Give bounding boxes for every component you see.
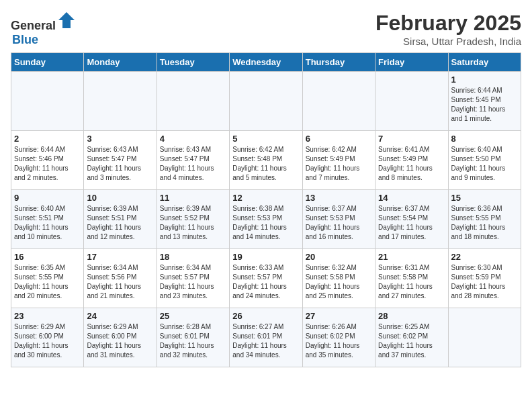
header-sunday: Sunday (11, 53, 84, 72)
calendar-cell: 27Sunrise: 6:26 AM Sunset: 6:02 PM Dayli… (302, 308, 375, 367)
day-number: 16 (14, 252, 81, 262)
day-detail: Sunrise: 6:37 AM Sunset: 5:53 PM Dayligh… (306, 204, 372, 242)
logo: General Blue (11, 11, 76, 47)
header-tuesday: Tuesday (157, 53, 229, 72)
day-detail: Sunrise: 6:42 AM Sunset: 5:48 PM Dayligh… (232, 145, 299, 183)
day-number: 1 (451, 75, 518, 85)
calendar-cell (157, 72, 229, 131)
calendar-cell: 7Sunrise: 6:41 AM Sunset: 5:49 PM Daylig… (375, 131, 448, 190)
calendar-cell (11, 72, 84, 131)
day-detail: Sunrise: 6:31 AM Sunset: 5:58 PM Dayligh… (378, 263, 445, 301)
day-detail: Sunrise: 6:28 AM Sunset: 6:01 PM Dayligh… (160, 322, 226, 360)
day-number: 20 (306, 252, 372, 262)
calendar-cell: 19Sunrise: 6:33 AM Sunset: 5:57 PM Dayli… (230, 249, 302, 308)
day-detail: Sunrise: 6:44 AM Sunset: 5:46 PM Dayligh… (14, 145, 81, 183)
day-detail: Sunrise: 6:40 AM Sunset: 5:50 PM Dayligh… (451, 145, 518, 183)
calendar-cell: 21Sunrise: 6:31 AM Sunset: 5:58 PM Dayli… (375, 249, 448, 308)
day-number: 13 (306, 193, 372, 203)
day-number: 11 (160, 193, 226, 203)
day-number: 12 (232, 193, 299, 203)
day-number: 10 (87, 193, 153, 203)
day-detail: Sunrise: 6:36 AM Sunset: 5:55 PM Dayligh… (451, 204, 518, 242)
day-number: 7 (378, 134, 445, 144)
calendar-cell: 11Sunrise: 6:39 AM Sunset: 5:52 PM Dayli… (157, 190, 229, 249)
day-number: 23 (14, 311, 81, 321)
calendar-cell: 22Sunrise: 6:30 AM Sunset: 5:59 PM Dayli… (448, 249, 521, 308)
calendar-cell: 13Sunrise: 6:37 AM Sunset: 5:53 PM Dayli… (302, 190, 375, 249)
day-number: 4 (160, 134, 226, 144)
day-number: 6 (306, 134, 372, 144)
day-number: 17 (87, 252, 153, 262)
day-detail: Sunrise: 6:34 AM Sunset: 5:56 PM Dayligh… (87, 263, 153, 301)
logo-general: General (11, 19, 56, 32)
header-saturday: Saturday (448, 53, 521, 72)
day-number: 2 (14, 134, 81, 144)
svg-marker-0 (58, 12, 75, 28)
day-detail: Sunrise: 6:43 AM Sunset: 5:47 PM Dayligh… (160, 145, 226, 183)
day-detail: Sunrise: 6:29 AM Sunset: 6:00 PM Dayligh… (14, 322, 81, 360)
logo-icon (57, 11, 76, 30)
day-detail: Sunrise: 6:38 AM Sunset: 5:53 PM Dayligh… (232, 204, 299, 242)
day-detail: Sunrise: 6:33 AM Sunset: 5:57 PM Dayligh… (232, 263, 299, 301)
day-number: 25 (160, 311, 226, 321)
day-detail: Sunrise: 6:29 AM Sunset: 6:00 PM Dayligh… (87, 322, 153, 360)
month-title: February 2025 (375, 11, 521, 36)
calendar-cell (375, 72, 448, 131)
calendar-cell: 3Sunrise: 6:43 AM Sunset: 5:47 PM Daylig… (84, 131, 157, 190)
day-detail: Sunrise: 6:39 AM Sunset: 5:51 PM Dayligh… (87, 204, 153, 242)
calendar-cell: 18Sunrise: 6:34 AM Sunset: 5:57 PM Dayli… (157, 249, 229, 308)
location-title: Sirsa, Uttar Pradesh, India (375, 36, 521, 47)
calendar-cell (448, 308, 521, 367)
week-row-3: 9Sunrise: 6:40 AM Sunset: 5:51 PM Daylig… (11, 190, 521, 249)
calendar-cell: 4Sunrise: 6:43 AM Sunset: 5:47 PM Daylig… (157, 131, 229, 190)
calendar-cell (302, 72, 375, 131)
day-number: 9 (14, 193, 81, 203)
calendar-cell: 5Sunrise: 6:42 AM Sunset: 5:48 PM Daylig… (230, 131, 302, 190)
day-number: 24 (87, 311, 153, 321)
day-number: 18 (160, 252, 226, 262)
day-detail: Sunrise: 6:40 AM Sunset: 5:51 PM Dayligh… (14, 204, 81, 242)
day-detail: Sunrise: 6:39 AM Sunset: 5:52 PM Dayligh… (160, 204, 226, 242)
page-header: General Blue February 2025 Sirsa, Uttar … (11, 11, 521, 47)
day-detail: Sunrise: 6:41 AM Sunset: 5:49 PM Dayligh… (378, 145, 445, 183)
day-detail: Sunrise: 6:26 AM Sunset: 6:02 PM Dayligh… (306, 322, 372, 360)
week-row-1: 1Sunrise: 6:44 AM Sunset: 5:45 PM Daylig… (11, 72, 521, 131)
day-number: 3 (87, 134, 153, 144)
day-number: 27 (306, 311, 372, 321)
calendar-cell (84, 72, 157, 131)
calendar-cell: 10Sunrise: 6:39 AM Sunset: 5:51 PM Dayli… (84, 190, 157, 249)
calendar-cell: 28Sunrise: 6:25 AM Sunset: 6:02 PM Dayli… (375, 308, 448, 367)
day-detail: Sunrise: 6:42 AM Sunset: 5:49 PM Dayligh… (306, 145, 372, 183)
calendar-cell: 16Sunrise: 6:35 AM Sunset: 5:55 PM Dayli… (11, 249, 84, 308)
calendar-cell: 2Sunrise: 6:44 AM Sunset: 5:46 PM Daylig… (11, 131, 84, 190)
calendar-cell: 8Sunrise: 6:40 AM Sunset: 5:50 PM Daylig… (448, 131, 521, 190)
header-monday: Monday (84, 53, 157, 72)
calendar-cell: 9Sunrise: 6:40 AM Sunset: 5:51 PM Daylig… (11, 190, 84, 249)
calendar-cell: 26Sunrise: 6:27 AM Sunset: 6:01 PM Dayli… (230, 308, 302, 367)
day-number: 15 (451, 193, 518, 203)
day-detail: Sunrise: 6:25 AM Sunset: 6:02 PM Dayligh… (378, 322, 445, 360)
calendar-cell: 17Sunrise: 6:34 AM Sunset: 5:56 PM Dayli… (84, 249, 157, 308)
calendar-cell: 14Sunrise: 6:37 AM Sunset: 5:54 PM Dayli… (375, 190, 448, 249)
day-detail: Sunrise: 6:44 AM Sunset: 5:45 PM Dayligh… (451, 86, 518, 124)
calendar-cell: 15Sunrise: 6:36 AM Sunset: 5:55 PM Dayli… (448, 190, 521, 249)
calendar-cell: 6Sunrise: 6:42 AM Sunset: 5:49 PM Daylig… (302, 131, 375, 190)
calendar-cell (230, 72, 302, 131)
day-number: 28 (378, 311, 445, 321)
week-row-4: 16Sunrise: 6:35 AM Sunset: 5:55 PM Dayli… (11, 249, 521, 308)
day-number: 19 (232, 252, 299, 262)
day-detail: Sunrise: 6:34 AM Sunset: 5:57 PM Dayligh… (160, 263, 226, 301)
week-row-5: 23Sunrise: 6:29 AM Sunset: 6:00 PM Dayli… (11, 308, 521, 367)
header-thursday: Thursday (302, 53, 375, 72)
day-detail: Sunrise: 6:37 AM Sunset: 5:54 PM Dayligh… (378, 204, 445, 242)
day-number: 22 (451, 252, 518, 262)
title-block: February 2025 Sirsa, Uttar Pradesh, Indi… (375, 11, 521, 47)
header-row: Sunday Monday Tuesday Wednesday Thursday… (11, 53, 521, 72)
calendar-table: Sunday Monday Tuesday Wednesday Thursday… (11, 52, 521, 367)
day-number: 26 (232, 311, 299, 321)
day-number: 8 (451, 134, 518, 144)
day-detail: Sunrise: 6:32 AM Sunset: 5:58 PM Dayligh… (306, 263, 372, 301)
day-detail: Sunrise: 6:43 AM Sunset: 5:47 PM Dayligh… (87, 145, 153, 183)
day-number: 5 (232, 134, 299, 144)
week-row-2: 2Sunrise: 6:44 AM Sunset: 5:46 PM Daylig… (11, 131, 521, 190)
